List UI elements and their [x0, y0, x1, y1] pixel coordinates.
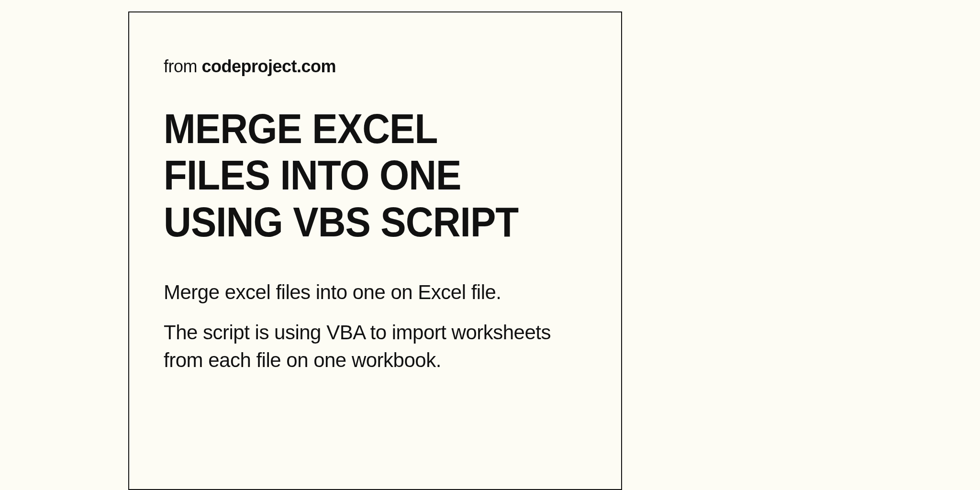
source-prefix: from — [164, 56, 202, 76]
source-domain: codeproject.com — [202, 56, 336, 76]
body-paragraph-2: The script is using VBA to import worksh… — [164, 319, 587, 374]
article-headline: MERGE EXCEL FILES INTO ONE USING VBS SCR… — [164, 105, 553, 245]
source-line: from codeproject.com — [164, 56, 587, 77]
body-paragraph-1: Merge excel files into one on Excel file… — [164, 278, 587, 306]
article-body: Merge excel files into one on Excel file… — [164, 278, 587, 374]
article-card: from codeproject.com MERGE EXCEL FILES I… — [128, 11, 622, 490]
